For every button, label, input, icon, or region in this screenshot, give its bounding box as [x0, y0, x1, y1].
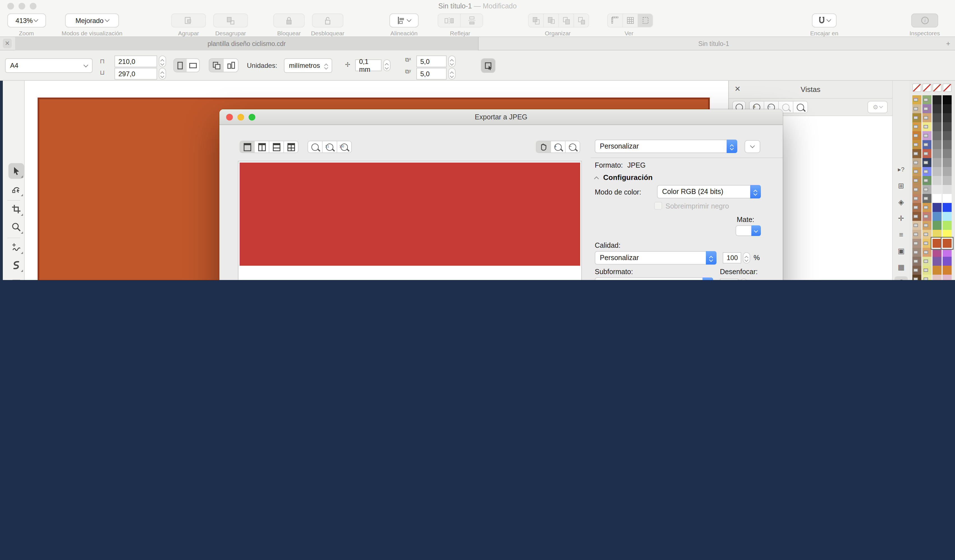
palette-swatch[interactable]	[942, 194, 952, 203]
palette-swatch[interactable]	[922, 167, 932, 176]
palette-swatch[interactable]	[922, 104, 932, 113]
palette-swatch[interactable]	[942, 113, 952, 122]
grid-inspector-icon[interactable]: ▦	[894, 260, 908, 273]
palette-swatch[interactable]	[912, 122, 921, 131]
palette-swatch[interactable]	[912, 257, 921, 266]
palette-swatch[interactable]	[942, 230, 952, 239]
subformat-select[interactable]: Estándar (4:2:2)	[595, 278, 713, 280]
duplicate-y-field[interactable]: 5,0	[416, 68, 447, 80]
palette-swatch[interactable]	[933, 113, 941, 122]
palette-swatch[interactable]	[933, 131, 941, 140]
palette-swatch[interactable]	[912, 149, 921, 158]
palette-swatch[interactable]	[942, 221, 952, 230]
palette-swatch[interactable]	[922, 221, 932, 230]
palette-swatch[interactable]	[912, 131, 921, 140]
single-preview-button[interactable]	[240, 141, 255, 153]
ungroup-button[interactable]	[213, 14, 248, 28]
palette-swatch[interactable]	[933, 149, 941, 158]
tab-doc1[interactable]: plantilla diseño ciclismo.cdr	[15, 37, 479, 50]
palette-swatch[interactable]	[922, 230, 932, 239]
tool-rectangle[interactable]	[8, 275, 24, 280]
zoom-level-select[interactable]: 413%	[7, 14, 46, 28]
palette-swatch[interactable]	[933, 257, 941, 266]
palette-swatch[interactable]	[942, 167, 952, 176]
preset-select[interactable]: Personalizar	[595, 140, 737, 153]
current-page-button[interactable]	[224, 59, 238, 72]
views-options-button[interactable]: ⚙	[867, 101, 888, 113]
preview-zoom-out-button[interactable]: −	[565, 141, 579, 153]
duplicate-y-stepper[interactable]	[448, 68, 456, 80]
portrait-button[interactable]	[174, 59, 187, 72]
dialog-titlebar[interactable]: Exportar a JPEG	[219, 109, 783, 125]
config-section-header[interactable]: Configuración	[595, 173, 653, 182]
layers-inspector-icon[interactable]: ◈	[894, 195, 908, 209]
palette-swatch[interactable]	[933, 266, 941, 275]
forward-button[interactable]	[544, 14, 559, 27]
palette-swatch[interactable]	[933, 203, 941, 212]
all-pages-button[interactable]	[209, 59, 224, 72]
page-width-field[interactable]: 210,0	[114, 56, 157, 67]
tool-crop[interactable]	[8, 201, 24, 217]
preset-options-button[interactable]	[745, 140, 760, 153]
palette-swatch[interactable]	[912, 266, 921, 275]
blur-stepper[interactable]	[740, 279, 747, 280]
nudge-stepper[interactable]	[383, 59, 391, 71]
to-front-button[interactable]	[529, 14, 544, 27]
palette-swatch[interactable]	[942, 257, 952, 266]
palette-swatch[interactable]	[933, 239, 941, 248]
preview-zoom-in-button[interactable]: +	[551, 141, 565, 153]
palette-swatch[interactable]	[942, 176, 952, 185]
palette-swatch[interactable]	[933, 275, 941, 280]
tab-close-button[interactable]: ✕	[3, 39, 12, 48]
hand-tool-button[interactable]	[536, 141, 551, 153]
palette-swatch[interactable]	[942, 122, 952, 131]
palette-swatch[interactable]	[933, 185, 941, 194]
export-preview-pane[interactable]	[238, 161, 582, 280]
grid-button[interactable]	[623, 14, 638, 27]
treat-as-filled-button[interactable]	[481, 58, 495, 73]
zoom-fit-button[interactable]	[308, 141, 323, 153]
no-color-swatch[interactable]	[922, 84, 932, 92]
align-button[interactable]	[390, 14, 419, 28]
palette-swatch[interactable]	[912, 230, 921, 239]
palette-swatch[interactable]	[912, 239, 921, 248]
palette-swatch[interactable]	[922, 203, 932, 212]
palette-swatch[interactable]	[922, 122, 932, 131]
to-back-button[interactable]	[574, 14, 589, 27]
palette-swatch[interactable]	[912, 158, 921, 167]
palette-swatch[interactable]	[933, 221, 941, 230]
palette-swatch[interactable]	[912, 113, 921, 122]
palette-swatch[interactable]	[922, 113, 932, 122]
palette-swatch[interactable]	[912, 95, 921, 104]
page-height-field[interactable]: 297,0	[114, 68, 157, 80]
quality-value-field[interactable]: 100	[723, 252, 741, 264]
zoom-1to1-button[interactable]: 1:1	[323, 141, 337, 153]
palette-swatch[interactable]	[922, 257, 932, 266]
palette-swatch[interactable]	[912, 275, 921, 280]
palette-swatch[interactable]	[933, 230, 941, 239]
palette-swatch[interactable]	[912, 167, 921, 176]
palette-swatch[interactable]	[912, 221, 921, 230]
views-inspector-icon[interactable]	[894, 276, 908, 280]
palette-swatch[interactable]	[942, 104, 952, 113]
palette-swatch[interactable]	[922, 176, 932, 185]
palette-swatch[interactable]	[942, 248, 952, 257]
palette-swatch[interactable]	[942, 131, 952, 140]
nudge-field[interactable]: 0,1 mm	[355, 59, 382, 71]
four-preview-button[interactable]	[284, 141, 298, 153]
overprint-checkbox[interactable]	[654, 202, 662, 210]
rulers-button[interactable]	[608, 14, 623, 27]
palette-swatch[interactable]	[942, 266, 952, 275]
mirror-vertical-button[interactable]	[461, 14, 482, 27]
palette-swatch[interactable]	[912, 104, 921, 113]
duplicate-x-field[interactable]: 5,0	[416, 56, 447, 67]
units-select[interactable]: milímetros	[284, 58, 332, 73]
palette-swatch[interactable]	[922, 158, 932, 167]
palette-swatch[interactable]	[922, 194, 932, 203]
palette-swatch[interactable]	[933, 167, 941, 176]
help-cursor-icon[interactable]: ▸?	[894, 162, 908, 176]
palette-swatch[interactable]	[922, 185, 932, 194]
palette-swatch[interactable]	[933, 140, 941, 149]
lock-button[interactable]	[273, 14, 305, 28]
palette-swatch[interactable]	[942, 158, 952, 167]
